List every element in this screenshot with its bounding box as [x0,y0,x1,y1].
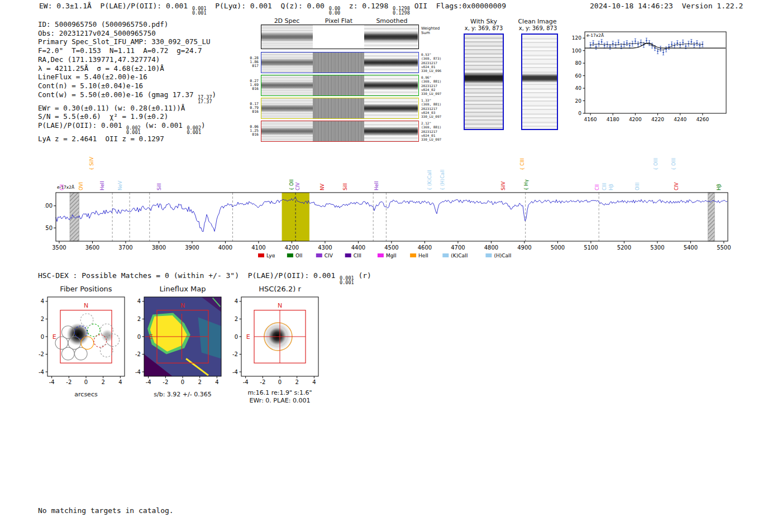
x-tick-label: 4 [118,379,122,385]
lineflux-caption: s/b: 3.92 +/- 0.365 [133,391,232,398]
fiber-row-weights: 0.281.86017 [244,56,259,68]
line-label: { SiIV [89,157,94,170]
data-point [604,45,605,46]
y-tick-label: 80 [575,60,582,66]
legend-label: (H)CaII [494,253,511,258]
axis-units-label: e-17x2Å [586,33,604,38]
x-tick-label: 5000 [551,245,565,251]
fiber-meta-value: 330_LU_097 [421,137,441,141]
text-segment: Primary Spec_Slot_IFU_AMP: 330_092_075_L… [38,37,211,46]
fiber-row-meta: 0.96"(369, 881)20231217v024_02330_LU_097 [421,75,441,95]
data-point [690,41,692,43]
data-point [626,42,628,44]
text-segment: ID: 5000965750 (5000965750.pdf) [38,20,168,28]
y-tick-label: -2 [135,351,141,357]
fiber-pixel-flat-image [313,121,364,141]
info-line: Obs: 20231217v024_5000965750 [38,29,216,38]
x-tick-label: 5500 [717,245,731,251]
footer-line-1: No matching targets in catalog. [38,506,174,515]
line-label: HeII [99,181,105,190]
fiber-meta-value: v024_01 [421,133,441,137]
hsc-cutout-panel: NE-4-4-2-2002244 [225,294,325,390]
y-tick-label: 0 [578,111,581,116]
x-tick-label: 3800 [152,245,166,251]
text-segment: S/N = 5.5(±0.6) χ² = 1.9(±0.2) [38,112,168,121]
info-line: Cont(n) = 5.10(±0.04)e-16 [38,82,216,90]
text-segment: (w: 0.001 [141,121,187,130]
text-segment: Cont(n) = 5.10(±0.04)e-16 [38,82,143,90]
data-point [621,45,622,47]
y-tick-label: 50 [45,225,53,231]
x-tick-label: 4900 [517,245,531,251]
fiber-meta-value: 20231217 [421,130,441,133]
x-tick-label: 0 [84,379,88,385]
stacked-value: 0.0010.001 [340,276,354,285]
fiber-pixel-flat-image [313,52,364,73]
x-tick-label: 2 [101,379,104,385]
fiber-row-weights: 0.170.79016 [244,102,259,114]
clean-image-title: Clean Image [514,18,560,25]
x-tick-label: -4 [243,379,249,385]
line-label: CII [594,184,600,190]
compass-north-label: N [180,302,185,309]
legend-swatch [410,253,416,257]
text-segment: P(Lyα): 0.001 Q(z): 0.00 [207,2,329,10]
line-label: { (K)CaII [427,170,432,190]
timestamp: 2024-10-18 14:46:23 [590,2,673,10]
info-line: EWr = 0.30(±0.11) (w: 0.28(±0.11))Å [38,104,216,113]
y-tick-label: 2 [41,316,44,322]
spec2d-col-title-2dspec: 2D Spec [261,17,313,25]
fiber-row-meta: 1.33"(369, 881)20231217v024_03330_LU_097 [421,98,441,118]
x-tick-label: 4500 [384,245,398,251]
x-tick-label: 4220 [651,117,664,122]
weighted-sum-label: Weighted Sum [421,26,440,35]
x-tick-label: 2 [295,379,298,385]
legend-swatch [378,253,384,257]
x-tick-label: 4260 [696,117,709,122]
text-segment: ) [201,121,206,130]
x-tick-label: 4600 [418,245,432,251]
data-point [685,45,686,47]
legend-swatch [316,253,322,257]
detection-info-block: ID: 5000965750 (5000965750.pdf)Obs: 2023… [38,20,216,143]
plot-frame [585,32,726,113]
fiber-row-weights: 0.061.25016 [244,125,259,137]
fiber-smoothed-image [364,52,418,73]
data-point [609,46,611,48]
x-tick-label: 5200 [617,245,631,251]
weighted-label-line2: Sum [421,31,440,35]
clean-image-coords: x, y: 369, 873 [512,25,564,31]
x-tick-label: 4800 [484,245,498,251]
hsc-cutout-title: HSC(26.2) r [241,285,318,293]
text-segment: z: 0.1298 [340,2,393,10]
stacked-value: 17.3717.37 [198,95,212,104]
x-tick-label: -2 [66,379,71,385]
fiber-pixel-flat-image [313,75,364,95]
legend-label: OII [295,253,302,258]
fiber-smoothed-image [364,98,418,118]
legend-label: CIII [354,253,361,258]
weighted-sum-row [261,25,419,49]
fiber-positions-title: Fiber Positions [47,285,125,293]
axis-units-label: e-17x2Å [57,185,75,190]
data-point [646,40,647,41]
x-tick-label: 3700 [118,245,132,251]
x-tick-label: 4200 [285,245,299,251]
with-sky-cutout [464,33,504,130]
spec2d-fiber-row [261,75,419,96]
y-tick-label: 0 [41,334,44,340]
line-label: OIII [635,183,640,190]
line-label: { OIII [671,158,676,170]
y-tick-label: -2 [39,351,44,357]
line-label: CIV [674,183,679,190]
x-tick-label: 5100 [584,245,598,251]
line-label: SiII [156,183,162,190]
stacked-value: 0.12980.1298 [393,6,410,15]
weighted-smoothed-image [364,25,418,49]
fiber-2d-spec-image [261,98,313,118]
fiber-xlabel: arcsecs [47,391,125,398]
legend-swatch [258,253,264,257]
masked-band [708,193,714,241]
text-segment: ) [212,90,217,99]
text-segment: P(LAE)/P(OII): 0.001 [38,121,126,130]
